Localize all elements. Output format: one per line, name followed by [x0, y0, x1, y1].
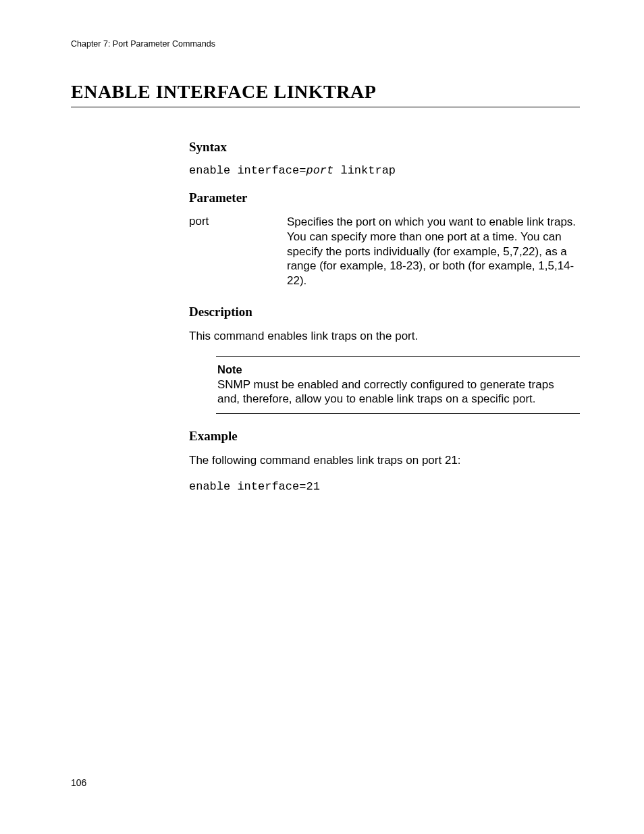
parameter-row: port Specifies the port on which you wan… [189, 215, 580, 288]
example-code: enable interface=21 [189, 480, 580, 493]
page-number: 106 [71, 777, 86, 788]
syntax-heading: Syntax [189, 140, 580, 155]
note-label: Note [217, 363, 579, 376]
command-title: ENABLE INTERFACE LINKTRAP [71, 81, 580, 107]
syntax-arg: port [306, 164, 333, 177]
example-heading: Example [189, 429, 580, 444]
parameter-heading: Parameter [189, 190, 580, 205]
running-header: Chapter 7: Port Parameter Commands [71, 39, 580, 49]
parameter-description: Specifies the port on which you want to … [287, 215, 580, 288]
page: Chapter 7: Port Parameter Commands ENABL… [0, 0, 644, 834]
note-box: Note SNMP must be enabled and correctly … [216, 356, 580, 415]
syntax-code: enable interface=port linktrap [189, 164, 580, 177]
example-code-text: enable interface=21 [189, 480, 320, 493]
content-column: Syntax enable interface=port linktrap Pa… [189, 140, 580, 493]
note-text: SNMP must be enabled and correctly confi… [217, 377, 579, 407]
example-intro: The following command enables link traps… [189, 453, 580, 468]
description-heading: Description [189, 305, 580, 319]
description-text: This command enables link traps on the p… [189, 329, 580, 344]
parameter-name: port [189, 215, 287, 288]
syntax-suffix: linktrap [333, 164, 396, 177]
syntax-prefix: enable interface= [189, 164, 306, 177]
